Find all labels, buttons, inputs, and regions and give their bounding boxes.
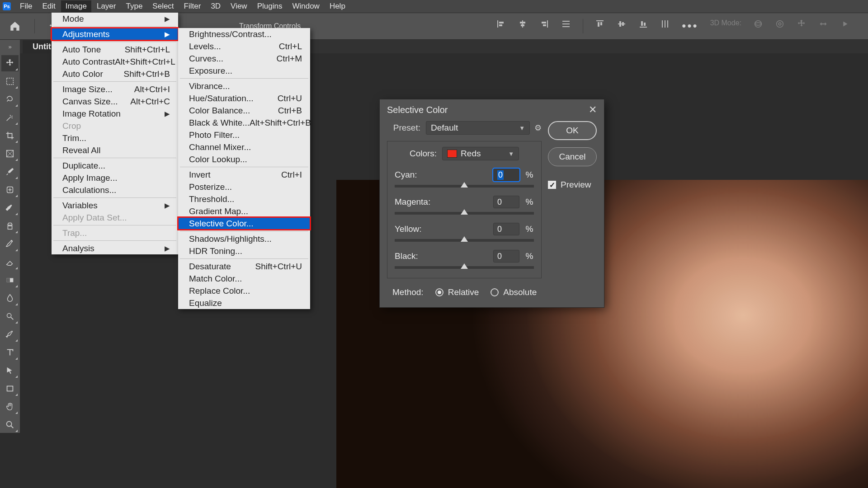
menu-window[interactable]: Window xyxy=(288,0,324,12)
tool-pen[interactable] xyxy=(1,326,19,343)
menuitem-variables[interactable]: Variables▶ xyxy=(52,199,178,211)
slider-thumb-icon[interactable] xyxy=(461,236,468,242)
method-relative-radio[interactable]: Relative xyxy=(435,287,479,297)
tool-blur[interactable] xyxy=(1,290,19,306)
method-absolute-radio[interactable]: Absolute xyxy=(491,287,537,297)
slider-thumb-icon[interactable] xyxy=(461,182,468,188)
menuitem-exposure[interactable]: Exposure... xyxy=(178,65,310,77)
menuitem-apply-image[interactable]: Apply Image... xyxy=(52,172,178,184)
menuitem-auto-tone[interactable]: Auto ToneShift+Ctrl+L xyxy=(52,43,178,56)
ok-button[interactable]: OK xyxy=(548,121,597,140)
menuitem-adjustments[interactable]: Adjustments▶ xyxy=(52,28,178,40)
menuitem-selective-color[interactable]: Selective Color... xyxy=(178,217,310,230)
menuitem-channel-mixer[interactable]: Channel Mixer... xyxy=(178,141,310,153)
slider-value-black[interactable]: 0 xyxy=(493,250,519,263)
menuitem-duplicate[interactable]: Duplicate... xyxy=(52,160,178,172)
menuitem-hue-saturation[interactable]: Hue/Saturation...Ctrl+U xyxy=(178,92,310,104)
align-left-icon[interactable] xyxy=(496,19,506,29)
menu-view[interactable]: View xyxy=(226,0,252,12)
menuitem-photo-filter[interactable]: Photo Filter... xyxy=(178,129,310,141)
menuitem-invert[interactable]: InvertCtrl+I xyxy=(178,169,310,181)
home-icon[interactable] xyxy=(9,20,21,32)
tool-gradient[interactable] xyxy=(1,272,19,288)
menuitem-analysis[interactable]: Analysis▶ xyxy=(52,242,178,254)
tool-wand[interactable] xyxy=(1,109,19,126)
align-hcenter-icon[interactable] xyxy=(518,19,528,29)
tool-brush[interactable] xyxy=(1,200,19,216)
tool-heal[interactable] xyxy=(1,182,19,198)
tool-eraser[interactable] xyxy=(1,254,19,270)
more-options-icon[interactable]: ••• xyxy=(682,19,698,33)
menuitem-gradient-map[interactable]: Gradient Map... xyxy=(178,205,310,217)
gear-icon[interactable]: ⚙ xyxy=(534,123,542,133)
menuitem-equalize[interactable]: Equalize xyxy=(178,297,310,309)
preview-checkbox[interactable]: Preview xyxy=(548,180,597,190)
slider-value-cyan[interactable]: 0 xyxy=(493,169,519,181)
slider-value-magenta[interactable]: 0 xyxy=(493,196,519,208)
tool-marquee[interactable] xyxy=(1,73,19,89)
menuitem-canvas-size[interactable]: Canvas Size...Alt+Ctrl+C xyxy=(52,95,178,108)
close-icon[interactable]: ✕ xyxy=(589,104,597,116)
menuitem-brightness-contrast[interactable]: Brightness/Contrast... xyxy=(178,28,310,40)
menuitem-curves[interactable]: Curves...Ctrl+M xyxy=(178,52,310,65)
3d-pan-icon[interactable] xyxy=(797,19,807,29)
tool-frame[interactable] xyxy=(1,145,19,162)
menuitem-threshold[interactable]: Threshold... xyxy=(178,193,310,205)
menuitem-replace-color[interactable]: Replace Color... xyxy=(178,285,310,297)
slider-track-yellow[interactable] xyxy=(395,239,534,242)
tool-history-brush[interactable] xyxy=(1,236,19,252)
3d-slide-icon[interactable] xyxy=(818,19,828,29)
menuitem-reveal-all[interactable]: Reveal All xyxy=(52,144,178,156)
menuitem-vibrance[interactable]: Vibrance... xyxy=(178,80,310,92)
align-vcenter-icon[interactable] xyxy=(617,19,627,29)
3d-scale-icon[interactable] xyxy=(840,19,850,29)
menu-3d[interactable]: 3D xyxy=(206,0,225,12)
menuitem-auto-color[interactable]: Auto ColorShift+Ctrl+B xyxy=(52,68,178,80)
menuitem-calculations[interactable]: Calculations... xyxy=(52,184,178,196)
menu-image[interactable]: Image xyxy=(61,0,91,12)
tool-path-select[interactable] xyxy=(1,362,19,379)
menuitem-image-rotation[interactable]: Image Rotation▶ xyxy=(52,108,178,120)
menu-layer[interactable]: Layer xyxy=(92,0,121,12)
tool-lasso[interactable] xyxy=(1,91,19,108)
slider-track-black[interactable] xyxy=(395,266,534,269)
distribute-v-icon[interactable] xyxy=(660,19,670,29)
cancel-button[interactable]: Cancel xyxy=(548,147,597,166)
menuitem-hdr-toning[interactable]: HDR Toning... xyxy=(178,245,310,257)
menu-select[interactable]: Select xyxy=(148,0,178,12)
expand-tools-icon[interactable]: » xyxy=(0,40,20,53)
menuitem-auto-contrast[interactable]: Auto ContrastAlt+Shift+Ctrl+L xyxy=(52,56,178,68)
menuitem-black-white[interactable]: Black & White...Alt+Shift+Ctrl+B xyxy=(178,117,310,129)
menu-help[interactable]: Help xyxy=(325,0,350,12)
slider-thumb-icon[interactable] xyxy=(461,209,468,215)
preset-dropdown[interactable]: Default ▼ xyxy=(426,121,530,135)
menuitem-image-size[interactable]: Image Size...Alt+Ctrl+I xyxy=(52,83,178,95)
menuitem-desaturate[interactable]: DesaturateShift+Ctrl+U xyxy=(178,260,310,272)
menu-plugins[interactable]: Plugins xyxy=(253,0,287,12)
slider-value-yellow[interactable]: 0 xyxy=(493,223,519,235)
3d-roll-icon[interactable] xyxy=(775,19,785,29)
tool-hand[interactable] xyxy=(1,399,19,415)
tool-eyedropper[interactable] xyxy=(1,164,19,180)
menuitem-levels[interactable]: Levels...Ctrl+L xyxy=(178,40,310,52)
menuitem-match-color[interactable]: Match Color... xyxy=(178,272,310,285)
menuitem-color-balance[interactable]: Color Balance...Ctrl+B xyxy=(178,104,310,117)
align-bottom-icon[interactable] xyxy=(638,19,648,29)
menuitem-posterize[interactable]: Posterize... xyxy=(178,181,310,193)
menuitem-color-lookup[interactable]: Color Lookup... xyxy=(178,153,310,165)
distribute-icon[interactable] xyxy=(561,19,571,29)
tool-clone[interactable] xyxy=(1,218,19,234)
tool-rectangle[interactable] xyxy=(1,380,19,397)
3d-orbit-icon[interactable] xyxy=(753,19,763,29)
tool-dodge[interactable] xyxy=(1,308,19,324)
menuitem-trim[interactable]: Trim... xyxy=(52,132,178,144)
align-right-icon[interactable] xyxy=(539,19,549,29)
menu-filter[interactable]: Filter xyxy=(179,0,206,12)
menu-file[interactable]: File xyxy=(15,0,37,12)
slider-track-magenta[interactable] xyxy=(395,212,534,215)
tool-zoom[interactable] xyxy=(1,417,19,433)
menu-type[interactable]: Type xyxy=(121,0,147,12)
menuitem-mode[interactable]: Mode▶ xyxy=(52,13,178,25)
tool-crop[interactable] xyxy=(1,127,19,144)
menuitem-shadows-highlights[interactable]: Shadows/Highlights... xyxy=(178,233,310,245)
